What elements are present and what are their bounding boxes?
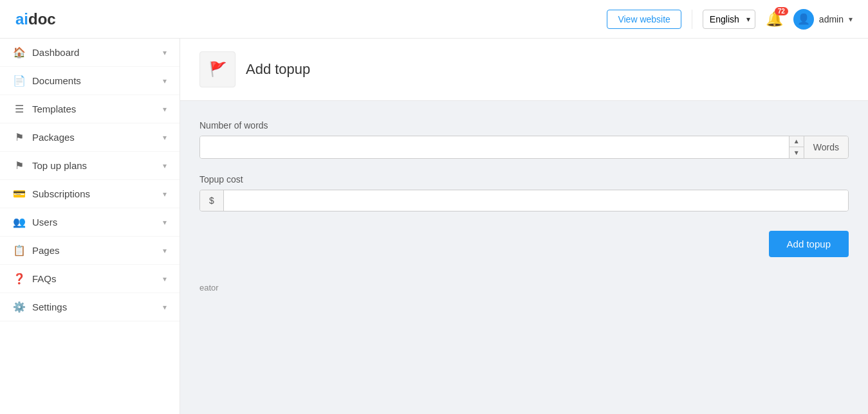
sidebar-item-label: Subscriptions <box>32 188 90 199</box>
logo-doc: doc <box>28 10 56 28</box>
sidebar-item-left: 🏠 Dashboard <box>13 46 79 59</box>
dashboard-icon: 🏠 <box>13 46 26 59</box>
dollar-addon: $ <box>200 190 224 211</box>
subscriptions-icon: 💳 <box>13 188 26 200</box>
header: aidoc View website English 🔔 72 👤 admin … <box>0 0 868 39</box>
sidebar-item-dashboard[interactable]: 🏠 Dashboard ▾ <box>0 39 180 67</box>
chevron-icon: ▾ <box>163 48 167 57</box>
sidebar-item-left: 📋 Pages <box>13 244 60 256</box>
topup-cost-label: Topup cost <box>199 174 849 184</box>
chevron-icon: ▾ <box>163 274 167 284</box>
sidebar-item-label: Dashboard <box>32 47 79 58</box>
topup-plans-icon: ⚑ <box>13 159 26 172</box>
settings-icon: ⚙️ <box>13 301 26 313</box>
chevron-icon: ▾ <box>163 246 167 255</box>
sidebar-item-left: 📄 Documents <box>13 75 81 87</box>
header-divider <box>692 10 692 29</box>
sidebar-item-left: ⚑ Top up plans <box>13 159 87 172</box>
sidebar-item-label: Users <box>32 217 57 228</box>
layout: 🏠 Dashboard ▾ 📄 Documents ▾ ☰ Templates … <box>0 39 868 414</box>
chevron-icon: ▾ <box>163 303 167 312</box>
sidebar-item-left: 👥 Users <box>13 216 57 228</box>
submit-area: Add topup <box>199 231 849 257</box>
avatar-icon: 👤 <box>797 13 810 25</box>
sidebar: 🏠 Dashboard ▾ 📄 Documents ▾ ☰ Templates … <box>0 39 180 414</box>
user-avatar: 👤 <box>793 9 814 30</box>
sidebar-item-left: ⚙️ Settings <box>13 301 67 313</box>
sidebar-item-subscriptions[interactable]: 💳 Subscriptions ▾ <box>0 180 180 208</box>
sidebar-item-pages[interactable]: 📋 Pages ▾ <box>0 237 180 265</box>
spinner-up-button[interactable]: ▲ <box>790 136 804 147</box>
users-icon: 👥 <box>13 216 26 228</box>
packages-icon: ⚑ <box>13 131 26 143</box>
user-chevron-icon: ▾ <box>849 15 853 24</box>
faqs-icon: ❓ <box>13 273 26 285</box>
form-area: Number of words ▲ ▼ Words Topup cost $ <box>180 101 868 276</box>
words-addon: Words <box>804 136 848 158</box>
chevron-icon: ▾ <box>163 218 167 227</box>
sidebar-item-left: ❓ FAQs <box>13 273 57 285</box>
documents-icon: 📄 <box>13 75 26 87</box>
chevron-icon: ▾ <box>163 76 167 86</box>
pages-icon: 📋 <box>13 244 26 256</box>
add-topup-button[interactable]: Add topup <box>769 231 849 257</box>
chevron-icon: ▾ <box>163 105 167 114</box>
language-select[interactable]: English <box>703 10 755 29</box>
sidebar-item-label: Settings <box>32 302 67 312</box>
sidebar-item-label: Top up plans <box>32 160 87 171</box>
sidebar-item-label: Pages <box>32 245 60 256</box>
header-right: View website English 🔔 72 👤 admin ▾ <box>607 9 853 30</box>
topup-flag-icon: 🚩 <box>209 61 226 78</box>
sidebar-item-label: Templates <box>32 104 76 114</box>
number-of-words-label: Number of words <box>199 120 849 130</box>
user-name-label: admin <box>819 14 844 24</box>
sidebar-item-users[interactable]: 👥 Users ▾ <box>0 208 180 237</box>
user-menu[interactable]: 👤 admin ▾ <box>793 9 853 30</box>
chevron-icon: ▾ <box>163 161 167 170</box>
topup-cost-input-wrapper: $ <box>199 190 849 212</box>
number-of-words-input[interactable] <box>200 136 789 158</box>
sidebar-item-left: ☰ Templates <box>13 103 76 115</box>
sidebar-item-left: 💳 Subscriptions <box>13 188 90 200</box>
sidebar-item-label: Packages <box>32 132 75 143</box>
topup-cost-input[interactable] <box>224 190 848 211</box>
logo: aidoc <box>15 10 56 28</box>
main-content: 🚩 Add topup Number of words ▲ ▼ Words <box>180 39 868 414</box>
sidebar-item-packages[interactable]: ⚑ Packages ▾ <box>0 123 180 152</box>
page-header: 🚩 Add topup <box>180 39 868 101</box>
spinner-down-button[interactable]: ▼ <box>790 147 804 158</box>
sidebar-item-settings[interactable]: ⚙️ Settings ▾ <box>0 293 180 321</box>
sidebar-item-label: Documents <box>32 75 81 86</box>
templates-icon: ☰ <box>13 103 26 115</box>
sidebar-item-templates[interactable]: ☰ Templates ▾ <box>0 95 180 123</box>
sidebar-item-left: ⚑ Packages <box>13 131 75 143</box>
sidebar-item-faqs[interactable]: ❓ FAQs ▾ <box>0 265 180 293</box>
sidebar-item-documents[interactable]: 📄 Documents ▾ <box>0 67 180 95</box>
page-title: Add topup <box>246 61 310 78</box>
number-of-words-group: Number of words ▲ ▼ Words <box>199 120 849 159</box>
chevron-icon: ▾ <box>163 133 167 142</box>
logo-ai: ai <box>15 10 28 28</box>
number-of-words-input-wrapper: ▲ ▼ Words <box>199 136 849 159</box>
sidebar-item-topup-plans[interactable]: ⚑ Top up plans ▾ <box>0 152 180 180</box>
chevron-icon: ▾ <box>163 190 167 199</box>
view-website-button[interactable]: View website <box>607 10 681 29</box>
page-icon: 🚩 <box>199 51 235 87</box>
notification-bell[interactable]: 🔔 72 <box>766 11 783 28</box>
language-selector[interactable]: English <box>703 10 755 29</box>
sidebar-item-label: FAQs <box>32 273 57 284</box>
notification-badge: 72 <box>775 7 788 15</box>
footer-creator: eator <box>180 276 868 299</box>
topup-cost-group: Topup cost $ <box>199 174 849 212</box>
number-spinners: ▲ ▼ <box>789 136 804 158</box>
